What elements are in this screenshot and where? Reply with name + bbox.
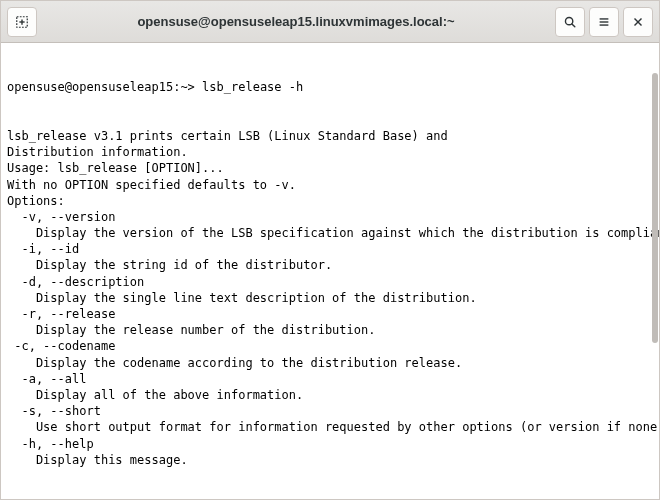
search-icon: [563, 15, 577, 29]
terminal-output: lsb_release v3.1 prints certain LSB (Lin…: [7, 128, 653, 468]
output-line: Display the release number of the distri…: [7, 322, 653, 338]
output-line: Options:: [7, 193, 653, 209]
output-line: Use short output format for information …: [7, 419, 653, 435]
new-tab-icon: [15, 15, 29, 29]
output-line: -r, --release: [7, 306, 653, 322]
titlebar: opensuse@opensuseleap15.linuxvmimages.lo…: [1, 1, 659, 43]
search-button[interactable]: [555, 7, 585, 37]
output-line: Distribution information.: [7, 144, 653, 160]
close-icon: [631, 15, 645, 29]
output-line: Usage: lsb_release [OPTION]...: [7, 160, 653, 176]
output-line: -s, --short: [7, 403, 653, 419]
output-line: Display this message.: [7, 452, 653, 468]
output-line: With no OPTION specified defaults to -v.: [7, 177, 653, 193]
prompt: opensuse@opensuseleap15:~>: [7, 80, 202, 94]
svg-line-4: [572, 23, 575, 26]
output-line: -a, --all: [7, 371, 653, 387]
close-button[interactable]: [623, 7, 653, 37]
hamburger-menu-icon: [597, 15, 611, 29]
window-title: opensuse@opensuseleap15.linuxvmimages.lo…: [41, 14, 551, 29]
output-line: Display the version of the LSB specifica…: [7, 225, 653, 241]
output-line: Display the string id of the distributor…: [7, 257, 653, 273]
output-line: -d, --description: [7, 274, 653, 290]
output-line: -i, --id: [7, 241, 653, 257]
output-line: Display the single line text description…: [7, 290, 653, 306]
output-line: lsb_release v3.1 prints certain LSB (Lin…: [7, 128, 653, 144]
output-line: -v, --version: [7, 209, 653, 225]
scrollbar-thumb[interactable]: [652, 73, 658, 343]
output-line: Display all of the above information.: [7, 387, 653, 403]
terminal-content[interactable]: opensuse@opensuseleap15:~> lsb_release -…: [1, 43, 659, 499]
menu-button[interactable]: [589, 7, 619, 37]
command: lsb_release -h: [202, 80, 303, 94]
titlebar-right-group: [555, 7, 653, 37]
prompt-line: opensuse@opensuseleap15:~> lsb_release -…: [7, 79, 653, 95]
scrollbar[interactable]: [651, 43, 659, 499]
new-tab-button[interactable]: [7, 7, 37, 37]
output-line: -c, --codename: [7, 338, 653, 354]
output-line: -h, --help: [7, 436, 653, 452]
terminal-window: opensuse@opensuseleap15.linuxvmimages.lo…: [0, 0, 660, 500]
output-line: Display the codename according to the di…: [7, 355, 653, 371]
